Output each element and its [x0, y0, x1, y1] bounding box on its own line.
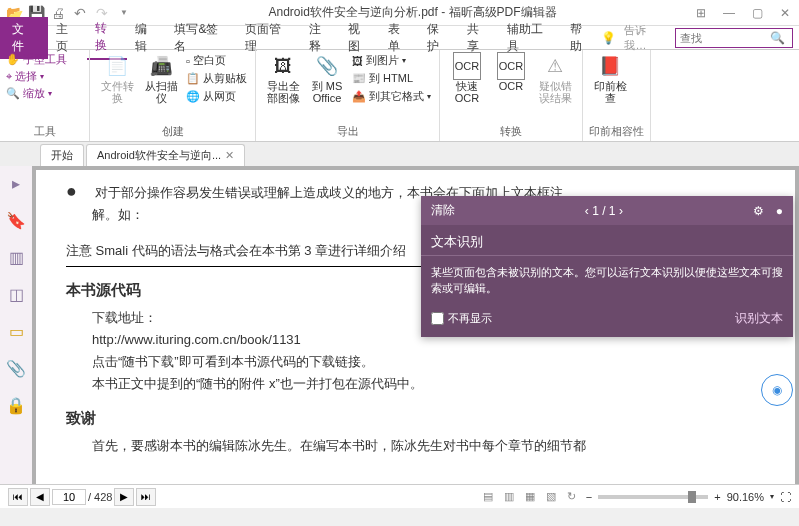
minimize-popup-icon[interactable]: ●	[776, 204, 783, 218]
group-convert-label: 转换	[446, 124, 576, 139]
preflight-button[interactable]: 📕印前检查	[589, 52, 631, 104]
zoom-dropdown-icon[interactable]: ▾	[770, 492, 774, 501]
group-tools-label: 工具	[6, 124, 83, 139]
security-icon[interactable]: 🔒	[6, 396, 26, 415]
doc-line: 点击“随书下载”即可看到本书源代码的下载链接。	[66, 351, 765, 373]
next-icon[interactable]: ›	[619, 204, 623, 218]
blank-page-button[interactable]: ▫空白页	[184, 52, 249, 69]
view-single-icon[interactable]: ▤	[479, 490, 497, 502]
to-other-button[interactable]: 📤到其它格式▾	[350, 88, 433, 105]
ocr-button[interactable]: OCROCR	[490, 52, 532, 104]
minimize-icon[interactable]: —	[721, 6, 737, 20]
to-image-button[interactable]: 🖼到图片▾	[350, 52, 433, 69]
office-icon: 📎	[313, 52, 341, 80]
from-clipboard-button[interactable]: 📋从剪贴板	[184, 70, 249, 87]
layers-icon[interactable]: ◫	[9, 285, 24, 304]
document-tabs: 开始 Android软件安全与逆向...✕	[0, 142, 799, 166]
page-nav: ⏮ ◀ / 428 ▶ ⏭	[8, 488, 156, 506]
web-icon: 🌐	[186, 90, 200, 103]
ribbon-toggle-icon[interactable]: ⊞	[693, 6, 709, 20]
page-number-input[interactable]	[52, 489, 86, 505]
expand-icon[interactable]: ▸	[12, 174, 20, 193]
dont-show-checkbox[interactable]: 不再显示	[431, 311, 492, 326]
tab-close-icon[interactable]: ✕	[225, 149, 234, 162]
tab-document[interactable]: Android软件安全与逆向...✕	[86, 144, 245, 166]
blank-icon: ▫	[186, 55, 190, 67]
hand-tool[interactable]: ✋手型工具	[6, 52, 83, 67]
doc-line: 本书正文中提到的“随书的附件 x”也一并打包在源代码中。	[66, 373, 765, 395]
last-page-button[interactable]: ⏭	[136, 488, 156, 506]
search-icon[interactable]: 🔍	[770, 31, 785, 45]
file-convert-button[interactable]: 📄文件转换	[96, 52, 138, 105]
other-icon: 📤	[352, 90, 366, 103]
zoom-in-icon[interactable]: +	[714, 491, 720, 503]
tab-start[interactable]: 开始	[40, 144, 84, 166]
assistant-fab[interactable]: ◉	[761, 374, 793, 406]
to-msoffice-button[interactable]: 📎到 MS Office	[306, 52, 348, 105]
popup-action[interactable]: 识别文本	[735, 310, 783, 327]
group-print-label: 印前相容性	[589, 124, 644, 139]
gear-icon[interactable]: ⚙	[753, 204, 764, 218]
tell-me[interactable]: 告诉我…	[624, 23, 667, 53]
pages-icon[interactable]: ▥	[9, 248, 24, 267]
view-book-icon[interactable]: ▧	[542, 490, 560, 502]
doc-heading: 致谢	[66, 407, 765, 429]
zoom-out-icon[interactable]: −	[586, 491, 592, 503]
ocr-notification-popup: 清除 ‹ 1 / 1 › ⚙ ● 文本识别 某些页面包含未被识别的文本。您可以运…	[421, 196, 793, 337]
cursor-icon: ⌖	[6, 70, 12, 83]
doc-line: 首先，要感谢本书的编辑陈冰先生。在编写本书时，陈冰先生对书中每个章节的细节都	[66, 435, 765, 457]
zoom-tool[interactable]: 🔍缩放▾	[6, 86, 83, 101]
bulb-icon[interactable]: 💡	[601, 31, 616, 45]
attachments-icon[interactable]: 📎	[6, 359, 26, 378]
ocr-icon: OCR	[497, 52, 525, 80]
from-scanner-button[interactable]: 📠从扫描仪	[140, 52, 182, 105]
view-mode-buttons: ▤ ▥ ▦ ▧ ↻	[479, 490, 580, 503]
window-controls: ⊞ — ▢ ✕	[693, 6, 793, 20]
popup-pager: ‹ 1 / 1 ›	[455, 204, 753, 218]
scanner-icon: 📠	[147, 52, 175, 80]
comments-icon[interactable]: ▭	[9, 322, 24, 341]
export-images-button[interactable]: 🖼导出全部图像	[262, 52, 304, 105]
next-page-button[interactable]: ▶	[114, 488, 134, 506]
zoom-value: 90.16%	[727, 491, 764, 503]
popup-body: 某些页面包含未被识别的文本。您可以运行文本识别以便使这些文本可搜索或可编辑。	[421, 256, 793, 304]
pic-icon: 🖼	[352, 55, 363, 67]
status-bar: ⏮ ◀ / 428 ▶ ⏭ ▤ ▥ ▦ ▧ ↻ − + 90.16% ▾ ⛶	[0, 484, 799, 508]
from-web-button[interactable]: 🌐从网页	[184, 88, 249, 105]
select-tool[interactable]: ⌖选择▾	[6, 69, 83, 84]
search-input[interactable]	[680, 32, 770, 44]
view-rotate-icon[interactable]: ↻	[563, 490, 580, 502]
page-total: / 428	[88, 491, 112, 503]
image-icon: 🖼	[269, 52, 297, 80]
view-facing-icon[interactable]: ▦	[521, 490, 539, 502]
group-export-label: 导出	[262, 124, 433, 139]
slider-thumb[interactable]	[688, 491, 696, 503]
ocr-suspect-button[interactable]: ⚠疑似错误结果	[534, 52, 576, 104]
clipboard-icon: 📋	[186, 72, 200, 85]
zoom-slider[interactable]	[598, 495, 708, 499]
file-icon: 📄	[103, 52, 131, 80]
group-create-label: 创建	[96, 124, 249, 139]
to-html-button[interactable]: 📰到 HTML	[350, 70, 433, 87]
zoom-icon: 🔍	[6, 87, 20, 100]
popup-title: 文本识别	[421, 225, 793, 256]
popup-clear[interactable]: 清除	[431, 202, 455, 219]
menu-bar: 文件 主页 转换 编辑 填写&签名 页面管理 注释 视图 表单 保护 共享 辅助…	[0, 26, 799, 50]
html-icon: 📰	[352, 72, 366, 85]
hand-icon: ✋	[6, 53, 20, 66]
bookmark-icon[interactable]: 🔖	[6, 211, 26, 230]
search-box[interactable]: 🔍	[675, 28, 793, 48]
fast-ocr-button[interactable]: OCR快速OCR	[446, 52, 488, 104]
view-continuous-icon[interactable]: ▥	[500, 490, 518, 502]
navigation-sidebar: ▸ 🔖 ▥ ◫ ▭ 📎 🔒	[0, 166, 32, 484]
maximize-icon[interactable]: ▢	[749, 6, 765, 20]
preflight-icon: 📕	[596, 52, 624, 80]
suspect-icon: ⚠	[541, 52, 569, 80]
prev-page-button[interactable]: ◀	[30, 488, 50, 506]
fastocr-icon: OCR	[453, 52, 481, 80]
close-icon[interactable]: ✕	[777, 6, 793, 20]
fullscreen-icon[interactable]: ⛶	[780, 491, 791, 503]
chat-icon: ◉	[772, 383, 782, 397]
ribbon: ✋手型工具 ⌖选择▾ 🔍缩放▾ 工具 📄文件转换 📠从扫描仪 ▫空白页 📋从剪贴…	[0, 50, 799, 142]
first-page-button[interactable]: ⏮	[8, 488, 28, 506]
